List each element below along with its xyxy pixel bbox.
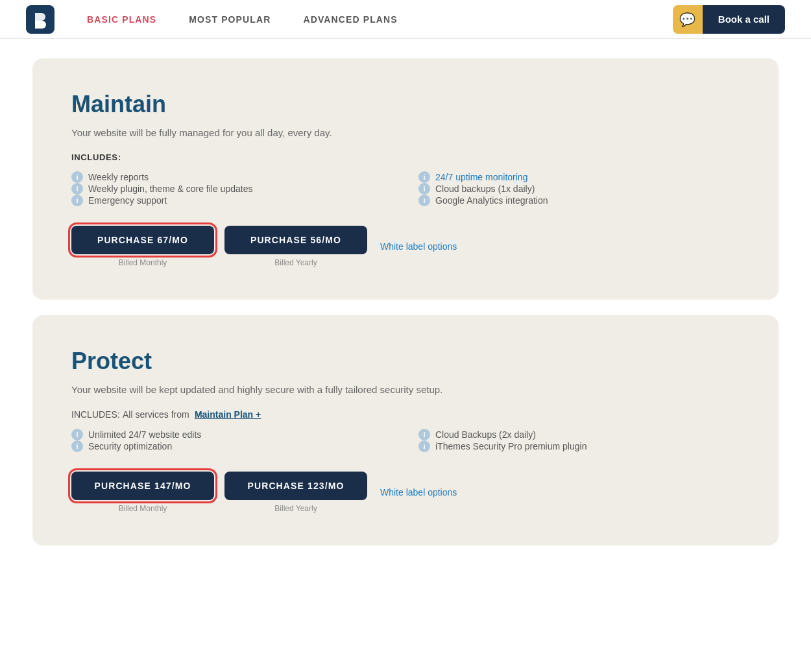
info-icon: i: [71, 195, 83, 206]
protect-features: i Unlimited 24/7 website edits i Securit…: [71, 429, 740, 452]
maintain-monthly-group: PURCHASE 67/mo Billed Monthly: [71, 226, 214, 267]
nav-right: 💬 Book a call: [673, 5, 785, 34]
protect-monthly-group: PURCHASE 147/mo Billed Monthly: [71, 472, 214, 513]
feature-cloud-backups-2x: i Cloud Backups (2x daily): [418, 429, 740, 440]
info-icon: i: [71, 183, 83, 195]
feature-unlimited-edits: i Unlimited 24/7 website edits: [71, 429, 393, 440]
nav-left: Basic Plans Most Popular Advanced Plans: [26, 5, 398, 34]
feature-security-optimization: i Security optimization: [71, 440, 393, 452]
nav-most-popular[interactable]: Most Popular: [189, 14, 271, 25]
feature-ithemes: i iThemes Security Pro premium plugin: [418, 440, 740, 452]
feature-analytics: i Google Analytics integration: [418, 195, 740, 206]
protect-billed-yearly-label: Billed Yearly: [274, 504, 317, 513]
maintain-includes-label: INCLUDES:: [71, 152, 740, 162]
nav-basic-plans[interactable]: Basic Plans: [87, 14, 156, 25]
maintain-purchase-row: PURCHASE 67/mo Billed Monthly PURCHASE 5…: [71, 226, 740, 267]
protect-purchase-row: PURCHASE 147/mo Billed Monthly PURCHASE …: [71, 472, 740, 513]
protect-yearly-group: PURCHASE 123/mo Billed Yearly: [224, 472, 367, 513]
protect-purchase-yearly-button[interactable]: PURCHASE 123/mo: [224, 472, 367, 500]
protect-purchase-monthly-button[interactable]: PURCHASE 147/mo: [71, 472, 214, 500]
feature-plugin-updates: i Weekly plugin, theme & core file updat…: [71, 183, 393, 195]
info-icon: i: [418, 429, 430, 440]
chat-icon: 💬: [679, 12, 696, 27]
protect-includes-label: INCLUDES: All services from Maintain Pla…: [71, 409, 740, 420]
protect-plan-card: Protect Your website will be kept update…: [32, 315, 779, 546]
info-icon: i: [418, 440, 430, 452]
nav-links: Basic Plans Most Popular Advanced Plans: [87, 14, 398, 25]
feature-weekly-reports: i Weekly reports: [71, 171, 393, 183]
book-call-button[interactable]: Book a call: [703, 5, 785, 34]
protect-title: Protect: [71, 348, 740, 375]
maintain-plan-card: Maintain Your website will be fully mana…: [32, 58, 779, 300]
navbar: Basic Plans Most Popular Advanced Plans …: [0, 0, 811, 39]
protect-billed-monthly-label: Billed Monthly: [119, 504, 167, 513]
maintain-plan-link[interactable]: Maintain Plan +: [195, 409, 261, 420]
feature-uptime-monitoring: i 24/7 uptime monitoring: [418, 171, 740, 183]
info-icon: i: [418, 195, 430, 206]
maintain-features-right: i 24/7 uptime monitoring i Cloud backups…: [418, 171, 740, 206]
info-icon: i: [71, 440, 83, 452]
maintain-title: Maintain: [71, 91, 740, 118]
maintain-white-label-link[interactable]: White label options: [380, 241, 457, 252]
maintain-purchase-monthly-button[interactable]: PURCHASE 67/mo: [71, 226, 214, 254]
protect-white-label-link[interactable]: White label options: [380, 487, 457, 498]
maintain-features: i Weekly reports i Weekly plugin, theme …: [71, 171, 740, 206]
info-icon: i: [418, 171, 430, 183]
info-icon: i: [418, 183, 430, 195]
info-icon: i: [71, 429, 83, 440]
protect-features-right: i Cloud Backups (2x daily) i iThemes Sec…: [418, 429, 740, 452]
info-icon: i: [71, 171, 83, 183]
protect-features-left: i Unlimited 24/7 website edits i Securit…: [71, 429, 393, 452]
protect-description: Your website will be kept updated and hi…: [71, 384, 740, 395]
maintain-billed-yearly-label: Billed Yearly: [274, 258, 317, 267]
maintain-purchase-yearly-button[interactable]: PURCHASE 56/mo: [224, 226, 367, 254]
logo-icon: [26, 5, 54, 34]
maintain-billed-monthly-label: Billed Monthly: [119, 258, 167, 267]
maintain-description: Your website will be fully managed for y…: [71, 127, 740, 138]
logo: [26, 5, 54, 34]
page-content: Maintain Your website will be fully mana…: [0, 39, 811, 581]
chat-button[interactable]: 💬: [673, 5, 703, 34]
maintain-yearly-group: PURCHASE 56/mo Billed Yearly: [224, 226, 367, 267]
nav-advanced-plans[interactable]: Advanced Plans: [303, 14, 397, 25]
feature-emergency-support: i Emergency support: [71, 195, 393, 206]
feature-cloud-backups: i Cloud backups (1x daily): [418, 183, 740, 195]
maintain-features-left: i Weekly reports i Weekly plugin, theme …: [71, 171, 393, 206]
